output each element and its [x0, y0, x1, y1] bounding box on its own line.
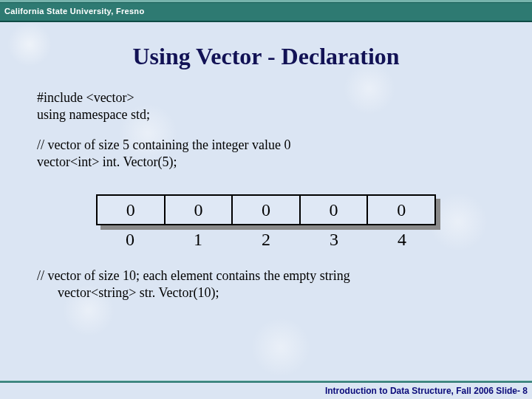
code-block-1: #include <vector> using namespace std; — [37, 89, 495, 123]
index-label: 4 — [368, 228, 436, 251]
slide-body: #include <vector> using namespace std; /… — [0, 89, 532, 301]
code-line: // vector of size 10; each element conta… — [37, 267, 495, 284]
cell-value: 0 — [194, 199, 202, 222]
cell-value: 0 — [397, 199, 406, 222]
code-line: using namespace std; — [37, 106, 495, 123]
slide: California State University, Fresno Usin… — [0, 0, 532, 399]
cell-value: 0 — [262, 199, 270, 222]
vector-indices: 0 1 2 3 4 — [96, 228, 436, 251]
code-line: // vector of size 5 containing the integ… — [37, 137, 495, 154]
code-line: vector<int> int. Vector(5); — [37, 154, 495, 171]
code-line: vector<string> str. Vector(10); — [37, 284, 495, 301]
vector-cell: 0 — [231, 194, 301, 225]
institution-name: California State University, Fresno — [4, 7, 144, 16]
index-label: 3 — [300, 228, 368, 251]
vector-diagram: 0 0 0 0 0 0 1 2 3 4 — [96, 194, 436, 251]
code-block-3: // vector of size 10; each element conta… — [37, 267, 495, 301]
cell-value: 0 — [126, 199, 135, 222]
slide-title: Using Vector - Declaration — [0, 43, 532, 70]
header-bar: California State University, Fresno — [0, 2, 532, 22]
code-line: #include <vector> — [37, 89, 495, 106]
vector-cell: 0 — [366, 194, 436, 225]
footer-course: Introduction to Data Structure, Fall 200… — [325, 386, 494, 396]
vector-front: 0 0 0 0 0 — [96, 194, 436, 225]
footer: Introduction to Data Structure, Fall 200… — [325, 386, 528, 396]
vector-cells: 0 0 0 0 0 — [96, 194, 436, 225]
footer-page-number: 8 — [522, 386, 528, 396]
vector-cell: 0 — [164, 194, 233, 225]
index-label: 0 — [96, 228, 164, 251]
vector-cell: 0 — [96, 194, 166, 225]
index-label: 1 — [164, 228, 232, 251]
vector-cell: 0 — [299, 194, 369, 225]
cell-value: 0 — [330, 199, 338, 222]
footer-rule — [0, 381, 532, 383]
footer-page-label: Slide- — [496, 386, 520, 396]
code-block-2: // vector of size 5 containing the integ… — [37, 137, 495, 171]
index-label: 2 — [232, 228, 300, 251]
